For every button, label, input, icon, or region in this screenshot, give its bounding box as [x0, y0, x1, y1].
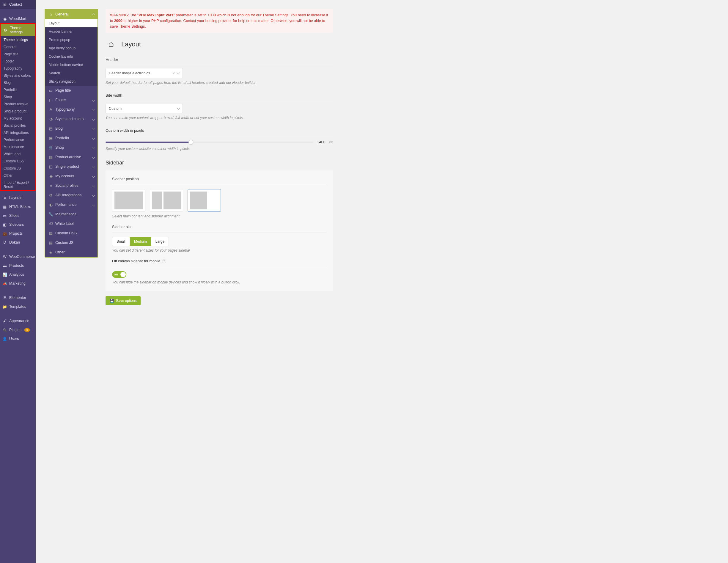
settings-footer[interactable]: ▢ Footer [45, 95, 98, 105]
menu-products[interactable]: ▬ Products [0, 261, 36, 270]
menu-woocommerce[interactable]: W WooCommerce [0, 252, 36, 261]
settings-typography[interactable]: A Typography [45, 105, 98, 114]
settings-my-account[interactable]: ◉ My account [45, 171, 98, 181]
settings-performance[interactable]: ◐ Performance [45, 200, 98, 209]
position-option-none[interactable] [112, 189, 145, 212]
offcanvas-hint: You can hide the sidebar on mobile devic… [112, 280, 326, 284]
save-icon: 💾 [110, 299, 114, 303]
offcanvas-toggle[interactable]: ON [112, 271, 126, 278]
menu-label: Dokan [9, 240, 20, 244]
settings-search[interactable]: Search [45, 69, 98, 77]
sidebar-position-options [112, 189, 326, 212]
settings-general[interactable]: ⌂ General [45, 10, 98, 19]
submenu-page-title[interactable]: Page title [1, 51, 35, 58]
settings-api-integrations[interactable]: ⚙ API integrations [45, 190, 98, 200]
settings-blog[interactable]: ▤ Blog [45, 124, 98, 133]
slider-value: 1400 [317, 140, 326, 144]
settings-header-banner[interactable]: Header banner [45, 27, 98, 36]
submenu-custom-js[interactable]: Custom JS [1, 165, 35, 172]
submenu-general[interactable]: General [1, 43, 35, 51]
submenu-white-label[interactable]: White label [1, 150, 35, 158]
menu-plugins[interactable]: 🔌 Plugins 4 [0, 326, 36, 334]
settings-social-profiles[interactable]: ⋔ Social profiles [45, 181, 98, 190]
product-icon: ◫ [49, 164, 53, 169]
submenu-custom-css[interactable]: Custom CSS [1, 158, 35, 165]
settings-shop[interactable]: 🛒 Shop [45, 143, 98, 152]
settings-promo-popup[interactable]: Promo popup [45, 36, 98, 44]
footer-icon: ▢ [49, 98, 53, 102]
settings-layout[interactable]: Layout [45, 19, 98, 27]
home-icon [106, 39, 117, 50]
slider-unit[interactable]: PX [329, 141, 333, 144]
submenu-performance[interactable]: Performance [1, 136, 35, 143]
menu-slides[interactable]: ▭ Slides [0, 211, 36, 220]
divider [112, 232, 326, 233]
header-select[interactable]: Header mega electronics × [106, 68, 183, 78]
menu-analytics[interactable]: 📊 Analytics [0, 270, 36, 279]
settings-single-product[interactable]: ◫ Single product [45, 162, 98, 171]
settings-label: White label [55, 221, 74, 226]
submenu-theme-settings-heading[interactable]: Theme settings [1, 36, 35, 43]
settings-portfolio[interactable]: ▣ Portfolio [45, 133, 98, 143]
submenu-other[interactable]: Other [1, 172, 35, 179]
menu-projects[interactable]: 💼 Projects [0, 229, 36, 238]
submenu-product-archive[interactable]: Product archive [1, 100, 35, 108]
menu-label: Projects [9, 231, 23, 235]
submenu-footer[interactable]: Footer [1, 58, 35, 65]
typography-icon: A [49, 107, 53, 111]
menu-layouts[interactable]: ≡ Layouts [0, 193, 36, 202]
home-icon: ⌂ [49, 12, 53, 16]
submenu-api-integrations[interactable]: API integrations [1, 129, 35, 136]
menu-elementor[interactable]: E Elementor [0, 293, 36, 302]
submenu-typography[interactable]: Typography [1, 65, 35, 72]
slider-thumb[interactable] [188, 140, 193, 144]
submenu-blog[interactable]: Blog [1, 79, 35, 86]
folder-icon: 📁 [2, 304, 7, 309]
settings-age-verify[interactable]: Age verify popup [45, 44, 98, 52]
divider [112, 267, 326, 267]
submenu-my-account[interactable]: My account [1, 115, 35, 122]
settings-sticky-nav[interactable]: Sticky navigation [45, 77, 98, 86]
settings-maintenance[interactable]: 🔧 Maintenance [45, 209, 98, 219]
menu-marketing[interactable]: 📣 Marketing [0, 279, 36, 288]
submenu-social-profiles[interactable]: Social profiles [1, 122, 35, 129]
submenu-maintenance[interactable]: Maintenance [1, 143, 35, 150]
menu-users[interactable]: 👤 Users [0, 334, 36, 343]
site-width-select[interactable]: Custom [106, 104, 183, 113]
menu-sidebars[interactable]: ◧ Sidebars [0, 220, 36, 229]
size-option-medium[interactable]: Medium [130, 237, 151, 246]
submenu-import-export[interactable]: Import / Export / Reset [1, 179, 35, 190]
settings-page-title[interactable]: ▭ Page title [45, 86, 98, 95]
help-icon[interactable]: ? [162, 259, 166, 263]
submenu-shop[interactable]: Shop [1, 93, 35, 100]
settings-white-label[interactable]: 🏷 White label [45, 219, 98, 228]
size-option-small[interactable]: Small [112, 237, 130, 246]
submenu-single-product[interactable]: Single product [1, 108, 35, 115]
save-button[interactable]: 💾 Save options [106, 296, 141, 305]
clear-icon[interactable]: × [172, 71, 175, 75]
menu-html-blocks[interactable]: ▦ HTML Blocks [0, 202, 36, 211]
settings-mobile-navbar[interactable]: Mobile bottom navbar [45, 61, 98, 69]
menu-dokan[interactable]: D Dokan [0, 238, 36, 247]
settings-label: Product archive [55, 155, 81, 159]
settings-custom-js[interactable]: ▤ Custom JS [45, 238, 98, 247]
menu-theme-settings[interactable]: ⚙ Theme settings [0, 23, 36, 36]
settings-cookie-law[interactable]: Cookie law info [45, 52, 98, 61]
menu-appearance[interactable]: 🖌 Appearance [0, 317, 36, 326]
brush-icon: 🖌 [2, 319, 7, 323]
menu-contact[interactable]: ✉ Contact [0, 0, 36, 9]
size-option-large[interactable]: Large [151, 237, 169, 246]
settings-custom-css[interactable]: ▤ Custom CSS [45, 228, 98, 238]
position-option-left[interactable] [150, 189, 183, 212]
settings-label: Blog [55, 126, 63, 130]
position-option-right[interactable] [188, 189, 221, 212]
menu-woodmart[interactable]: ◉ WoodMart [0, 14, 36, 23]
slider-track[interactable] [106, 141, 314, 143]
menu-templates[interactable]: 📁 Templates [0, 302, 36, 311]
settings-styles-colors[interactable]: ◔ Styles and colors [45, 114, 98, 124]
menu-label: Analytics [9, 272, 24, 276]
settings-product-archive[interactable]: ▥ Product archive [45, 152, 98, 162]
submenu-portfolio[interactable]: Portfolio [1, 86, 35, 93]
settings-other[interactable]: ◈ Other [45, 247, 98, 257]
submenu-styles-colors[interactable]: Styles and colors [1, 72, 35, 79]
